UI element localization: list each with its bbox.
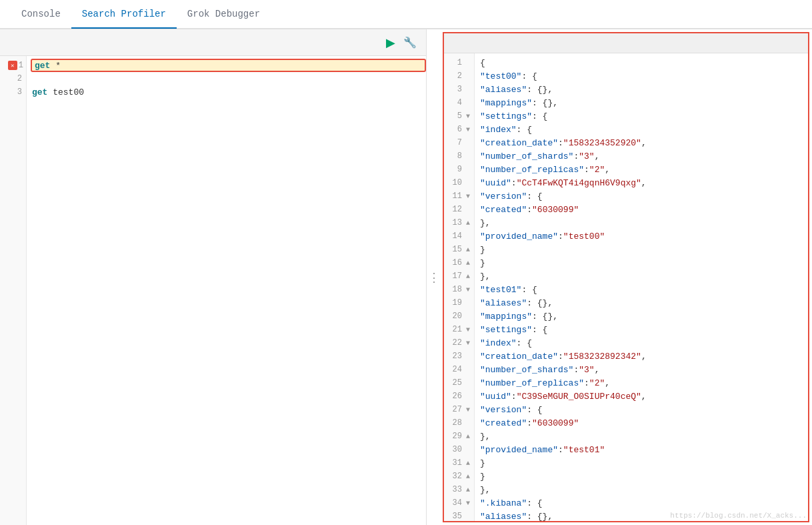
json-line-num-14: 14: [444, 229, 474, 243]
json-line-content-34: ".kibana": {: [480, 496, 808, 510]
fold-indicator[interactable]: ▼: [463, 340, 470, 347]
json-line-num-33: 33▲: [444, 483, 474, 496]
json-line-numbers: 12345▼6▼7891011▼1213▲1415▲16▲17▲18▼19202…: [444, 53, 475, 521]
json-line-num-7: 7: [444, 136, 474, 149]
json-line-num-25: 25: [444, 376, 474, 390]
json-line-content-22: "index": {: [480, 336, 808, 350]
fold-indicator[interactable]: ▲: [463, 486, 470, 494]
json-line-content-35: "aliases": {},: [480, 510, 808, 521]
json-line-content-32: }: [480, 470, 808, 483]
json-line-num-23: 23: [444, 350, 474, 363]
json-line-content-29: },: [480, 430, 808, 443]
json-line-content-8: "number_of_shards": "3",: [480, 149, 808, 163]
fold-indicator[interactable]: ▲: [463, 433, 470, 440]
tab-grok-debugger[interactable]: Grok Debugger: [177, 1, 271, 29]
json-line-content-1: {: [480, 56, 808, 69]
json-line-content-12: "created": "6030099": [480, 203, 808, 216]
fold-indicator[interactable]: ▲: [463, 259, 470, 267]
json-line-content-26: "uuid": "C39SeMGUR_O0SIUPr40ceQ",: [480, 390, 808, 403]
json-line-num-30: 30: [444, 443, 474, 456]
json-line-content-30: "provided_name": "test01": [480, 443, 808, 456]
json-line-content-15: }: [480, 243, 808, 256]
json-line-num-8: 8: [444, 149, 474, 163]
json-line-content-24: "number_of_shards": "3",: [480, 363, 808, 376]
line-1-num: 1: [0, 59, 26, 72]
results-wrapper: 12345▼6▼7891011▼1213▲1415▲16▲17▲18▼19202…: [440, 29, 812, 525]
json-line-content-27: "version": {: [480, 403, 808, 416]
query-target: *: [55, 61, 61, 71]
json-line-num-3: 3: [444, 83, 474, 96]
results-panel: 12345▼6▼7891011▼1213▲1415▲16▲17▲18▼19202…: [443, 32, 809, 522]
fold-indicator[interactable]: ▲: [463, 273, 470, 280]
panel-separator: ⋮: [427, 29, 440, 525]
fold-indicator[interactable]: ▲: [463, 473, 470, 480]
json-line-content-17: },: [480, 270, 808, 283]
json-line-content-6: "index": {: [480, 123, 808, 136]
fold-indicator[interactable]: ▼: [463, 113, 470, 120]
json-line-num-9: 9: [444, 163, 474, 176]
json-area: 12345▼6▼7891011▼1213▲1415▲16▲17▲18▼19202…: [444, 53, 808, 521]
json-line-content-14: "provided_name": "test00": [480, 229, 808, 243]
json-line-num-22: 22▼: [444, 336, 474, 350]
json-line-content-16: }: [480, 256, 808, 270]
results-content[interactable]: 12345▼6▼7891011▼1213▲1415▲16▲17▲18▼19202…: [444, 53, 808, 521]
fold-indicator[interactable]: ▼: [463, 500, 470, 507]
editor-area[interactable]: 1 2 3 get * get test00: [0, 56, 426, 525]
json-line-num-20: 20: [444, 310, 474, 323]
json-line-content-21: "settings": {: [480, 323, 808, 336]
query-target-2: test00: [53, 87, 84, 97]
close-icon[interactable]: [8, 61, 17, 70]
fold-indicator[interactable]: ▼: [463, 193, 470, 200]
results-header: [444, 33, 808, 53]
json-line-content-9: "number_of_replicas": "2",: [480, 163, 808, 176]
json-line-num-27: 27▼: [444, 403, 474, 416]
line-3-num: 3: [0, 85, 26, 99]
line-numbers: 1 2 3: [0, 56, 27, 525]
tab-console[interactable]: Console: [11, 1, 71, 29]
fold-indicator[interactable]: ▲: [463, 219, 470, 227]
json-line-num-10: 10: [444, 176, 474, 189]
json-line-num-31: 31▲: [444, 456, 474, 470]
json-line-num-26: 26: [444, 390, 474, 403]
json-line-content-5: "settings": {: [480, 109, 808, 123]
json-line-content-23: "creation_date": "1583232892342",: [480, 350, 808, 363]
json-line-content-28: "created": "6030099": [480, 416, 808, 430]
json-line-content-7: "creation_date": "1583234352920",: [480, 136, 808, 149]
json-line-content-20: "mappings": {},: [480, 310, 808, 323]
json-line-num-28: 28: [444, 416, 474, 430]
keyword-get-2: get: [32, 87, 47, 97]
json-line-num-16: 16▲: [444, 256, 474, 270]
json-line-num-19: 19: [444, 296, 474, 310]
fold-indicator[interactable]: ▼: [463, 286, 470, 294]
json-line-content-31: }: [480, 456, 808, 470]
fold-indicator[interactable]: ▲: [463, 246, 470, 253]
json-line-content-13: },: [480, 216, 808, 229]
run-button[interactable]: ▶: [382, 33, 399, 53]
json-line-num-4: 4: [444, 96, 474, 109]
json-line-num-18: 18▼: [444, 283, 474, 296]
json-line-content-2: "test00": {: [480, 69, 808, 83]
json-line-content-33: },: [480, 483, 808, 496]
line-2-num: 2: [0, 72, 26, 85]
top-navigation: Console Search Profiler Grok Debugger: [0, 0, 812, 29]
fold-indicator[interactable]: ▲: [463, 460, 470, 467]
json-line-content-3: "aliases": {},: [480, 83, 808, 96]
code-line-2: [32, 72, 426, 85]
json-line-num-24: 24: [444, 363, 474, 376]
json-line-num-15: 15▲: [444, 243, 474, 256]
code-content[interactable]: get * get test00: [27, 56, 426, 525]
json-line-num-34: 34▼: [444, 496, 474, 510]
settings-button[interactable]: 🔧: [399, 33, 421, 51]
code-line-1: get *: [31, 59, 426, 72]
fold-indicator[interactable]: ▼: [463, 326, 470, 334]
json-line-num-32: 32▲: [444, 470, 474, 483]
fold-indicator[interactable]: ▼: [463, 126, 470, 133]
json-line-num-1: 1: [444, 56, 474, 69]
fold-indicator[interactable]: ▼: [463, 406, 470, 414]
tab-search-profiler[interactable]: Search Profiler: [71, 1, 177, 29]
json-line-content-18: "test01": {: [480, 283, 808, 296]
json-line-num-35: 35: [444, 510, 474, 521]
json-line-content-19: "aliases": {},: [480, 296, 808, 310]
json-line-content-25: "number_of_replicas": "2",: [480, 376, 808, 390]
json-line-num-13: 13▲: [444, 216, 474, 229]
